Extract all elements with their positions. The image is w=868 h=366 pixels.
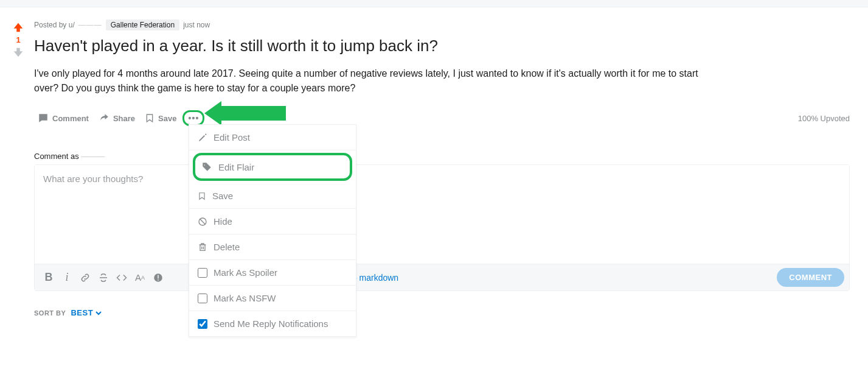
reply-notifications-item[interactable]: Send Me Reply Notifications <box>189 311 356 336</box>
code-icon <box>116 272 127 283</box>
edit-flair-label: Edit Flair <box>218 162 254 172</box>
post-body: I've only played for 4 months around lat… <box>34 66 703 96</box>
edit-post-item[interactable]: Edit Post <box>189 125 356 150</box>
post-meta: Posted by u/——— Gallente Federation just… <box>34 19 850 30</box>
sort-dropdown[interactable]: BEST <box>71 308 102 317</box>
delete-item[interactable]: Delete <box>189 234 356 260</box>
editor-toolbar: B i AA to markdown COMMENT <box>35 264 849 290</box>
comment-button[interactable]: Comment <box>34 110 92 126</box>
save-label: Save <box>158 114 176 123</box>
mark-nsfw-label: Mark As NSFW <box>214 293 276 303</box>
save-button[interactable]: Save <box>141 110 180 126</box>
share-button[interactable]: Share <box>95 110 139 126</box>
code-button[interactable] <box>113 269 131 287</box>
more-options-dropdown: Edit Post Edit Flair Save Hide Delete Ma… <box>189 124 356 336</box>
superscript-button[interactable]: AA <box>131 269 149 287</box>
downvote-button[interactable] <box>12 46 25 59</box>
pencil-icon <box>198 133 207 143</box>
hide-label: Hide <box>214 216 232 227</box>
dropdown-save-label: Save <box>212 191 233 201</box>
user-flair: Gallente Federation <box>106 19 179 30</box>
italic-button[interactable]: i <box>58 269 76 287</box>
comment-textarea[interactable] <box>35 165 849 261</box>
chevron-down-icon <box>95 310 102 316</box>
mark-spoiler-item[interactable]: Mark As Spoiler <box>189 260 356 286</box>
bold-button[interactable]: B <box>40 269 58 287</box>
reply-notifications-label: Send Me Reply Notifications <box>214 318 328 329</box>
hide-icon <box>198 217 207 227</box>
bookmark-icon <box>145 113 155 124</box>
dropdown-save-item[interactable]: Save <box>189 183 356 209</box>
svg-rect-2 <box>158 280 159 281</box>
delete-label: Delete <box>214 242 240 252</box>
upvote-button[interactable] <box>12 21 25 34</box>
ellipsis-icon: ••• <box>189 113 200 123</box>
comment-as-label: Comment as ——— <box>34 152 850 161</box>
upvoted-text: 100% Upvoted <box>798 114 850 123</box>
spoiler-checkbox[interactable] <box>198 268 207 278</box>
strikethrough-icon <box>98 272 109 283</box>
sort-row: SORT BY BEST <box>34 308 850 317</box>
tag-icon <box>201 161 212 172</box>
sort-value: BEST <box>71 308 93 317</box>
hide-item[interactable]: Hide <box>189 209 356 234</box>
vote-count: 1 <box>16 35 20 44</box>
comment-label: Comment <box>52 114 89 123</box>
switch-markdown-link[interactable]: to markdown <box>350 273 398 283</box>
strikethrough-button[interactable] <box>94 269 113 287</box>
post-time: just now <box>183 21 210 29</box>
comment-submit-button[interactable]: COMMENT <box>777 268 844 287</box>
nsfw-checkbox[interactable] <box>198 294 207 303</box>
comment-icon <box>38 113 49 124</box>
post-title: Haven't played in a year. Is it still wo… <box>34 37 850 55</box>
vote-column: 1 <box>6 19 30 317</box>
trash-icon <box>198 242 207 252</box>
svg-rect-1 <box>158 275 159 278</box>
spoiler-button[interactable] <box>149 269 167 287</box>
link-button[interactable] <box>76 269 94 287</box>
comment-editor: B i AA to markdown COMMENT <box>34 164 850 291</box>
alert-icon <box>153 272 164 283</box>
edit-post-label: Edit Post <box>214 132 250 143</box>
link-icon <box>80 272 91 283</box>
mark-nsfw-item[interactable]: Mark As NSFW <box>189 286 356 311</box>
share-icon <box>99 113 109 124</box>
posted-by-label: Posted by u/ <box>34 21 75 29</box>
bookmark-icon <box>198 191 206 201</box>
edit-flair-item[interactable]: Edit Flair <box>193 153 352 181</box>
sort-label: SORT BY <box>34 309 66 317</box>
mark-spoiler-label: Mark As Spoiler <box>214 267 277 278</box>
author-username[interactable]: ——— <box>78 21 102 29</box>
notifications-checkbox[interactable] <box>198 319 207 329</box>
comment-as-username[interactable]: ——— <box>81 152 105 161</box>
share-label: Share <box>113 114 135 123</box>
